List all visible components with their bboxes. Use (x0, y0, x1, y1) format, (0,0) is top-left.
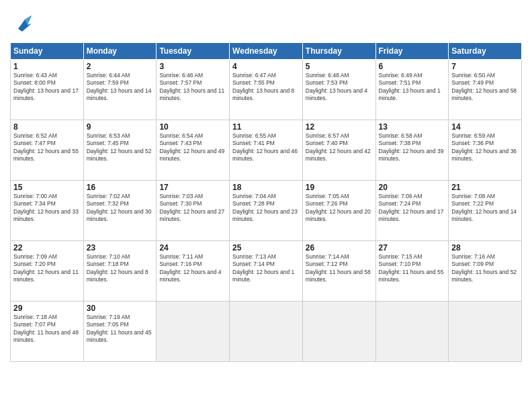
day-info: Sunrise: 7:04 AMSunset: 7:28 PMDaylight:… (232, 193, 300, 224)
day-info: Sunrise: 7:19 AMSunset: 7:05 PMDaylight:… (87, 314, 154, 345)
page-header (10, 10, 522, 36)
day-number: 14 (451, 122, 519, 132)
day-number: 17 (159, 183, 226, 192)
day-number: 4 (232, 62, 300, 71)
day-info: Sunrise: 7:16 AMSunset: 7:09 PMDaylight:… (451, 253, 519, 284)
day-info: Sunrise: 7:10 AMSunset: 7:18 PMDaylight:… (87, 253, 154, 284)
day-number: 11 (232, 122, 300, 132)
day-info: Sunrise: 6:52 AMSunset: 7:47 PMDaylight:… (13, 132, 81, 163)
day-number: 6 (379, 62, 446, 71)
day-number: 15 (13, 183, 81, 192)
day-number: 24 (159, 243, 226, 253)
day-info: Sunrise: 6:48 AMSunset: 7:53 PMDaylight:… (306, 72, 373, 103)
day-number: 9 (87, 122, 154, 132)
calendar-cell: 1 Sunrise: 6:43 AMSunset: 8:00 PMDayligh… (11, 60, 84, 120)
calendar-cell: 17 Sunrise: 7:03 AMSunset: 7:30 PMDaylig… (157, 181, 230, 241)
day-info: Sunrise: 6:46 AMSunset: 7:57 PMDaylight:… (159, 72, 226, 103)
day-info: Sunrise: 6:44 AMSunset: 7:59 PMDaylight:… (87, 72, 154, 103)
calendar-cell (375, 302, 449, 362)
calendar-cell: 13 Sunrise: 6:58 AMSunset: 7:38 PMDaylig… (375, 120, 449, 181)
day-info: Sunrise: 7:14 AMSunset: 7:12 PMDaylight:… (306, 253, 373, 284)
day-info: Sunrise: 7:00 AMSunset: 7:34 PMDaylight:… (13, 193, 81, 224)
calendar-cell (302, 302, 375, 362)
logo (10, 10, 38, 36)
calendar-header-saturday: Saturday (449, 43, 522, 60)
day-number: 29 (13, 304, 81, 313)
day-number: 19 (306, 183, 373, 192)
day-info: Sunrise: 6:49 AMSunset: 7:51 PMDaylight:… (379, 72, 446, 103)
calendar-cell: 10 Sunrise: 6:54 AMSunset: 7:43 PMDaylig… (157, 120, 230, 181)
calendar-week-3: 15 Sunrise: 7:00 AMSunset: 7:34 PMDaylig… (11, 181, 522, 241)
calendar-table: SundayMondayTuesdayWednesdayThursdayFrid… (10, 42, 522, 362)
calendar-cell: 6 Sunrise: 6:49 AMSunset: 7:51 PMDayligh… (375, 60, 449, 120)
calendar-cell: 14 Sunrise: 6:59 AMSunset: 7:36 PMDaylig… (449, 120, 522, 181)
calendar-cell: 5 Sunrise: 6:48 AMSunset: 7:53 PMDayligh… (302, 60, 375, 120)
calendar-cell: 3 Sunrise: 6:46 AMSunset: 7:57 PMDayligh… (157, 60, 230, 120)
day-number: 28 (451, 243, 519, 253)
day-info: Sunrise: 6:58 AMSunset: 7:38 PMDaylight:… (379, 132, 446, 163)
calendar-header-row: SundayMondayTuesdayWednesdayThursdayFrid… (11, 43, 522, 60)
calendar-cell: 11 Sunrise: 6:55 AMSunset: 7:41 PMDaylig… (230, 120, 303, 181)
calendar-cell: 27 Sunrise: 7:15 AMSunset: 7:10 PMDaylig… (375, 241, 449, 302)
calendar-header-friday: Friday (375, 43, 449, 60)
day-info: Sunrise: 6:59 AMSunset: 7:36 PMDaylight:… (451, 132, 519, 163)
calendar-cell: 16 Sunrise: 7:02 AMSunset: 7:32 PMDaylig… (83, 181, 157, 241)
day-info: Sunrise: 7:09 AMSunset: 7:20 PMDaylight:… (13, 253, 81, 284)
calendar-cell: 15 Sunrise: 7:00 AMSunset: 7:34 PMDaylig… (11, 181, 84, 241)
calendar-cell: 7 Sunrise: 6:50 AMSunset: 7:49 PMDayligh… (449, 60, 522, 120)
day-info: Sunrise: 7:08 AMSunset: 7:22 PMDaylight:… (451, 193, 519, 224)
calendar-cell: 2 Sunrise: 6:44 AMSunset: 7:59 PMDayligh… (83, 60, 157, 120)
day-number: 5 (306, 62, 373, 71)
day-number: 10 (159, 122, 226, 132)
day-info: Sunrise: 6:43 AMSunset: 8:00 PMDaylight:… (13, 72, 81, 103)
calendar-cell: 4 Sunrise: 6:47 AMSunset: 7:55 PMDayligh… (230, 60, 303, 120)
calendar-header-wednesday: Wednesday (230, 43, 303, 60)
calendar-cell: 8 Sunrise: 6:52 AMSunset: 7:47 PMDayligh… (11, 120, 84, 181)
calendar-cell: 19 Sunrise: 7:05 AMSunset: 7:26 PMDaylig… (302, 181, 375, 241)
day-info: Sunrise: 7:06 AMSunset: 7:24 PMDaylight:… (379, 193, 446, 224)
day-info: Sunrise: 6:53 AMSunset: 7:45 PMDaylight:… (87, 132, 154, 163)
day-number: 22 (13, 243, 81, 253)
day-info: Sunrise: 7:15 AMSunset: 7:10 PMDaylight:… (379, 253, 446, 284)
day-number: 27 (379, 243, 446, 253)
calendar-cell (230, 302, 303, 362)
day-number: 23 (87, 243, 154, 253)
calendar-cell: 18 Sunrise: 7:04 AMSunset: 7:28 PMDaylig… (230, 181, 303, 241)
day-number: 2 (87, 62, 154, 71)
day-number: 3 (159, 62, 226, 71)
calendar-header-sunday: Sunday (11, 43, 84, 60)
calendar-header-thursday: Thursday (302, 43, 375, 60)
day-info: Sunrise: 7:03 AMSunset: 7:30 PMDaylight:… (159, 193, 226, 224)
calendar-cell: 22 Sunrise: 7:09 AMSunset: 7:20 PMDaylig… (11, 241, 84, 302)
day-info: Sunrise: 6:47 AMSunset: 7:55 PMDaylight:… (232, 72, 300, 103)
calendar-header-tuesday: Tuesday (157, 43, 230, 60)
day-number: 30 (87, 304, 154, 313)
day-info: Sunrise: 6:57 AMSunset: 7:40 PMDaylight:… (306, 132, 373, 163)
day-number: 16 (87, 183, 154, 192)
calendar-cell: 25 Sunrise: 7:13 AMSunset: 7:14 PMDaylig… (230, 241, 303, 302)
calendar-cell: 21 Sunrise: 7:08 AMSunset: 7:22 PMDaylig… (449, 181, 522, 241)
calendar-cell: 23 Sunrise: 7:10 AMSunset: 7:18 PMDaylig… (83, 241, 157, 302)
calendar-cell: 9 Sunrise: 6:53 AMSunset: 7:45 PMDayligh… (83, 120, 157, 181)
day-info: Sunrise: 7:11 AMSunset: 7:16 PMDaylight:… (159, 253, 226, 284)
day-info: Sunrise: 7:02 AMSunset: 7:32 PMDaylight:… (87, 193, 154, 224)
calendar-header-monday: Monday (83, 43, 157, 60)
calendar-cell: 28 Sunrise: 7:16 AMSunset: 7:09 PMDaylig… (449, 241, 522, 302)
calendar-week-1: 1 Sunrise: 6:43 AMSunset: 8:00 PMDayligh… (11, 60, 522, 120)
calendar-cell: 20 Sunrise: 7:06 AMSunset: 7:24 PMDaylig… (375, 181, 449, 241)
day-info: Sunrise: 6:54 AMSunset: 7:43 PMDaylight:… (159, 132, 226, 163)
day-number: 8 (13, 122, 81, 132)
calendar-cell (157, 302, 230, 362)
day-number: 13 (379, 122, 446, 132)
day-info: Sunrise: 6:55 AMSunset: 7:41 PMDaylight:… (232, 132, 300, 163)
calendar-cell: 24 Sunrise: 7:11 AMSunset: 7:16 PMDaylig… (157, 241, 230, 302)
day-number: 12 (306, 122, 373, 132)
calendar-cell: 26 Sunrise: 7:14 AMSunset: 7:12 PMDaylig… (302, 241, 375, 302)
calendar-cell (449, 302, 522, 362)
day-number: 20 (379, 183, 446, 192)
day-number: 18 (232, 183, 300, 192)
calendar-week-5: 29 Sunrise: 7:18 AMSunset: 7:07 PMDaylig… (11, 302, 522, 362)
day-number: 1 (13, 62, 81, 71)
day-number: 7 (451, 62, 519, 71)
day-number: 26 (306, 243, 373, 253)
